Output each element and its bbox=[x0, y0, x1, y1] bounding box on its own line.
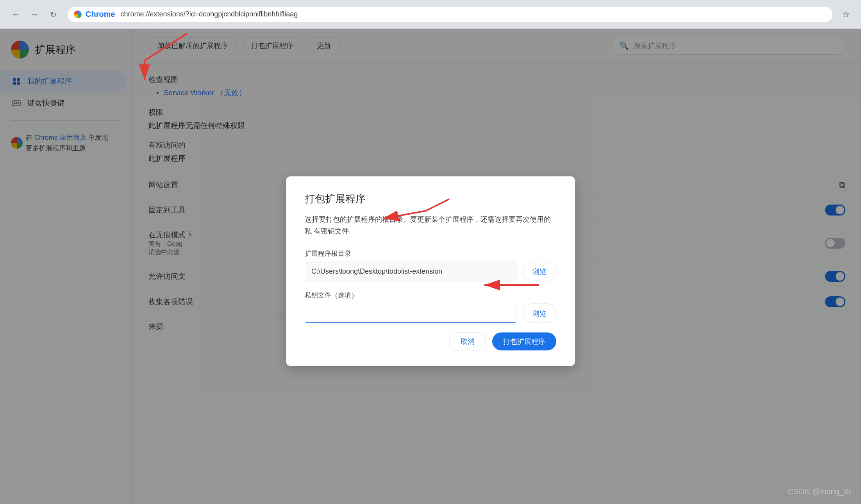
root-dir-browse-button[interactable]: 浏览 bbox=[523, 262, 556, 281]
private-key-input[interactable] bbox=[305, 303, 516, 323]
root-dir-input[interactable] bbox=[305, 262, 516, 281]
address-url: chrome://extensions/?id=dcohgpjcndblcipn… bbox=[121, 10, 826, 18]
private-key-label: 私钥文件（选填） bbox=[305, 290, 556, 299]
browser-brand-label: Chrome bbox=[86, 10, 115, 19]
chrome-icon bbox=[74, 11, 82, 18]
private-key-browse-button[interactable]: 浏览 bbox=[523, 303, 556, 323]
browser-chrome: ← → ↻ Chrome chrome://extensions/?id=dco… bbox=[0, 0, 861, 29]
private-key-row: 浏览 bbox=[305, 303, 556, 323]
root-dir-label: 扩展程序根目录 bbox=[305, 249, 556, 258]
modal-actions: 取消 打包扩展程序 bbox=[305, 332, 556, 350]
pack-extension-dialog: 打包扩展程序 选择要打包的扩展程序的根目录。要更新某个扩展程序，还需选择要再次使… bbox=[286, 176, 575, 366]
modal-description: 选择要打包的扩展程序的根目录。要更新某个扩展程序，还需选择要再次使用的私 有密钥… bbox=[305, 213, 556, 237]
bookmark-button[interactable]: ☆ bbox=[839, 7, 853, 21]
back-button[interactable]: ← bbox=[8, 7, 23, 22]
forward-button[interactable]: → bbox=[27, 7, 42, 22]
pack-confirm-button[interactable]: 打包扩展程序 bbox=[492, 332, 556, 350]
address-bar[interactable]: Chrome chrome://extensions/?id=dcohgpjcn… bbox=[67, 6, 833, 23]
cancel-button[interactable]: 取消 bbox=[449, 332, 486, 350]
root-dir-row: 浏览 bbox=[305, 262, 556, 281]
nav-buttons: ← → ↻ bbox=[8, 7, 61, 22]
modal-title: 打包扩展程序 bbox=[305, 192, 556, 205]
reload-button[interactable]: ↻ bbox=[45, 7, 61, 22]
